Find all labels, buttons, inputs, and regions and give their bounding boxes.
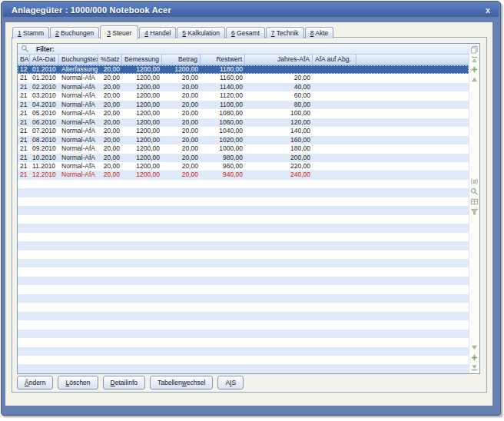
copy-icon[interactable] <box>470 45 479 54</box>
search-icon[interactable] <box>470 187 479 196</box>
cell <box>162 241 201 250</box>
table-row-empty[interactable] <box>18 320 469 329</box>
table-row[interactable]: 2110.2010Normal-AfA20,001200,0020,00980,… <box>18 154 469 162</box>
insert-plus-icon[interactable] <box>470 65 479 74</box>
table-row-empty[interactable] <box>18 303 469 311</box>
table-row[interactable]: 2103.2010Normal-AfA20,001200,0020,001120… <box>18 91 469 100</box>
table-row-empty[interactable] <box>18 267 469 276</box>
table-row-empty[interactable] <box>18 241 469 250</box>
table-row-empty[interactable] <box>18 356 469 364</box>
table-row[interactable]: 2112.2010Normal-AfA20,001200,0020,00940,… <box>18 171 469 179</box>
cell <box>122 241 162 250</box>
table-row-empty[interactable] <box>18 277 469 285</box>
table-row-empty[interactable] <box>18 197 469 206</box>
cell <box>201 338 245 346</box>
table-row[interactable]: 2102.2010Normal-AfA20,001200,0020,001140… <box>18 83 469 91</box>
table-row-empty[interactable] <box>18 250 469 259</box>
cell: 11.2010 <box>30 162 59 171</box>
tab-bar: 1 Stamm2 Buchungen3 Steuer4 Handel5 Kalk… <box>12 24 334 38</box>
column-header-betrag[interactable]: Betrag <box>162 55 201 65</box>
grid-side-toolbar <box>469 44 479 373</box>
table-row[interactable]: 2101.2010Normal-AfA20,001200,0020,001160… <box>18 74 469 82</box>
table-row-empty[interactable] <box>18 294 469 303</box>
cell <box>313 356 356 364</box>
cell <box>59 180 98 188</box>
table-icon[interactable] <box>470 197 479 206</box>
tab-technik[interactable]: 7 Technik <box>266 27 304 38</box>
table-row-empty[interactable] <box>18 233 469 241</box>
cell <box>356 144 469 153</box>
tab-buchungen[interactable]: 2 Buchungen <box>50 27 99 38</box>
table-row-empty[interactable] <box>18 364 469 373</box>
cell <box>356 162 469 171</box>
column-header-restwert[interactable]: Restwert <box>201 55 245 65</box>
table-row-empty[interactable] <box>18 285 469 293</box>
table-row[interactable]: 2111.2010Normal-AfA20,001200,0020,00960,… <box>18 162 469 171</box>
cell <box>201 224 245 232</box>
column-header-buchungstext[interactable]: Buchungstext <box>59 55 98 65</box>
column-header--satz[interactable]: %Satz <box>98 55 122 65</box>
table-row-empty[interactable] <box>18 312 469 320</box>
cell: 20,00 <box>162 74 201 82</box>
tab-kalkulation[interactable]: 5 Kalkulation <box>177 27 225 38</box>
table-row-empty[interactable] <box>18 215 469 224</box>
cell: 1200,00 <box>122 109 162 118</box>
table-row-empty[interactable] <box>18 330 469 338</box>
column-header-ba[interactable]: BA <box>18 55 30 65</box>
cell <box>356 206 469 214</box>
scroll-top-icon[interactable] <box>470 55 479 64</box>
table-row[interactable]: 2106.2010Normal-AfA20,001200,0020,001060… <box>18 118 469 127</box>
table-row-empty[interactable] <box>18 206 469 214</box>
cell <box>30 320 59 329</box>
close-icon[interactable]: x <box>482 5 493 15</box>
cell: 960,00 <box>201 162 245 171</box>
funnel-icon[interactable] <box>470 207 479 216</box>
column-header-bemessung[interactable]: Bemessung <box>122 55 162 65</box>
tab-handel[interactable]: 4 Handel <box>139 27 176 38</box>
ais-button[interactable]: AIS <box>217 376 244 390</box>
cell: 1200,00 <box>122 74 162 82</box>
cell <box>98 233 122 241</box>
table-row[interactable]: 2107.2010Normal-AfA20,001200,0020,001040… <box>18 127 469 135</box>
table-row[interactable]: 2105.2010Normal-AfA20,001200,0020,001080… <box>18 109 469 118</box>
table-row[interactable]: 2104.2010Normal-AfA20,001200,0020,001100… <box>18 101 469 109</box>
table-row[interactable]: 2108.2010Normal-AfA20,001200,0020,001020… <box>18 136 469 144</box>
table-row-empty[interactable] <box>18 338 469 346</box>
column-header-filler[interactable] <box>356 55 469 65</box>
search-icon[interactable] <box>21 45 29 53</box>
cell <box>313 330 356 338</box>
cell <box>313 312 356 320</box>
ändern-button[interactable]: Ändern <box>17 376 53 390</box>
cell: 21 <box>18 144 30 153</box>
tabellenwechsel-button[interactable]: Tabellenwechsel <box>150 376 213 390</box>
tab-stamm[interactable]: 1 Stamm <box>12 27 49 38</box>
table-row-empty[interactable] <box>18 180 469 188</box>
cell: 60,00 <box>245 91 313 100</box>
table-row[interactable]: 2109.2010Normal-AfA20,001200,0020,001000… <box>18 144 469 153</box>
tab-akte[interactable]: 8 Akte <box>305 27 334 38</box>
cell: 07.2010 <box>30 127 59 135</box>
column-header-jahres-afa[interactable]: Jahres-AfA <box>245 55 313 65</box>
scroll-bottom-icon[interactable] <box>470 363 479 372</box>
tab-steuer[interactable]: 3 Steuer <box>100 25 138 39</box>
column-header-afa-dat[interactable]: AfA-Dat <box>30 55 59 65</box>
cell: 20,00 <box>98 74 122 82</box>
col-width-icon[interactable] <box>470 177 479 186</box>
cell: 20,00 <box>162 109 201 118</box>
scroll-up-icon[interactable] <box>470 75 479 84</box>
tab-gesamt[interactable]: 6 Gesamt <box>226 27 265 38</box>
löschen-button[interactable]: Löschen <box>58 376 98 390</box>
column-header-afa-auf-abg-[interactable]: AfA auf Abg. <box>313 55 356 65</box>
insert-plus-icon[interactable] <box>470 353 479 362</box>
cell <box>59 215 98 224</box>
table-row-empty[interactable] <box>18 224 469 232</box>
cell <box>30 206 59 214</box>
cell <box>30 267 59 276</box>
table-row-empty[interactable] <box>18 259 469 267</box>
table-row-empty[interactable] <box>18 347 469 356</box>
table-row-empty[interactable] <box>18 188 469 197</box>
button-bar: ÄndernLöschenDetailinfoTabellenwechselAI… <box>17 376 244 390</box>
detailinfo-button[interactable]: Detailinfo <box>103 376 145 390</box>
scroll-down-icon[interactable] <box>470 343 479 352</box>
table-row[interactable]: 1201.2010Alterfassung20,001200,001200,00… <box>18 65 469 74</box>
